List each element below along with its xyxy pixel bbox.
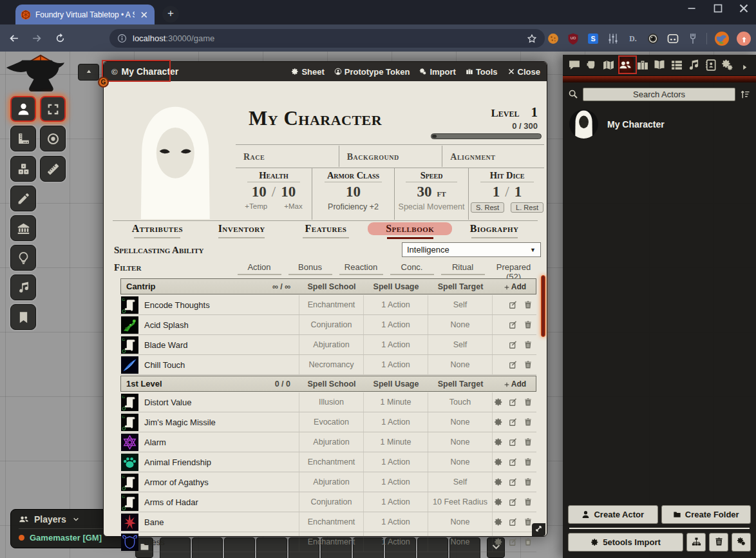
tab-inventory[interactable]: Inventory [200,222,284,242]
field-alignment[interactable]: Alignment [442,146,545,167]
ublock-extension-icon[interactable]: UO [567,32,580,45]
chat-tab-icon[interactable] [566,57,582,73]
resize-handle[interactable] [532,523,545,536]
animal-friendship-icon[interactable] [121,454,138,471]
add-spell-button[interactable]: Add [493,282,536,291]
configure-icon[interactable] [494,438,503,447]
spell-scroll-icon[interactable]: G [121,414,138,431]
lens-extension-icon[interactable] [647,32,659,45]
configure-icon[interactable] [494,457,503,467]
field-background[interactable]: Background [339,146,442,167]
edit-icon[interactable] [509,340,518,349]
chill-touch-icon[interactable] [121,356,138,374]
dice-tool-icon[interactable] [10,156,36,182]
tables-tab-icon[interactable] [668,57,685,73]
playlists-tab-icon[interactable] [686,57,702,73]
sounds-tool-icon[interactable] [10,274,36,300]
dext-extension-icon[interactable]: D. [627,32,639,45]
back-icon[interactable] [4,29,23,47]
spell-row[interactable]: GDistort ValueIllusion1 MinuteTouch [120,392,536,412]
sort-filter-icon[interactable] [740,89,751,100]
edit-icon[interactable] [509,320,518,329]
site-info-icon[interactable] [117,34,127,43]
spell-name[interactable]: Bane [138,517,299,527]
delete-icon[interactable] [524,477,533,486]
close-button[interactable]: Close [507,67,540,77]
address-bar[interactable]: localhost:30000/game [109,29,545,48]
items-tab-icon[interactable] [634,57,650,73]
edit-icon[interactable] [509,477,518,486]
spell-name[interactable]: Acid Splash [138,320,299,330]
profile-avatar-icon[interactable] [714,31,730,46]
delete-icon[interactable] [524,418,533,427]
create-folder-button[interactable]: Create Folder [661,505,751,524]
reload-icon[interactable] [50,29,70,47]
delete-icon[interactable] [524,497,533,506]
edit-icon[interactable] [509,497,518,506]
folder-tree-button[interactable] [686,533,706,552]
template-tool-icon[interactable] [40,126,66,151]
scenes-tab-icon[interactable] [600,57,616,73]
spell-name[interactable]: Armor of Agathys [138,477,299,487]
maximize-icon[interactable] [711,1,725,15]
delete-icon[interactable] [524,398,533,407]
spell-row[interactable]: GJim's Magic MissileEvocation1 ActionNon… [120,412,536,432]
spell-row[interactable]: BlessEnchantment1 ActionNone [120,532,536,552]
spell-list-scrollbar[interactable] [541,278,545,555]
minimize-icon[interactable] [685,1,699,15]
cookie-extension-icon[interactable] [547,32,560,45]
acid-splash-icon[interactable] [121,316,138,334]
tab-attributes[interactable]: Attributes [115,222,200,242]
collapse-sidebar-icon[interactable] [737,57,753,73]
scrollbar-thumb[interactable] [541,275,545,337]
spell-name[interactable]: Animal Friendship [138,457,299,467]
sheet-config-button[interactable]: Sheet [291,67,324,77]
edit-icon[interactable] [509,537,518,546]
spell-row[interactable]: AlarmAbjuration1 MinuteNone [120,432,536,452]
directory-settings-button[interactable] [732,533,751,552]
xp-value[interactable]: 0 / 300 [512,121,538,131]
hp-tempmax-label[interactable]: +Max [284,202,302,210]
drawings-tool-icon[interactable] [10,186,36,211]
spell-row[interactable]: GEncode ThoughtsEnchantment1 ActionSelf [120,295,536,315]
update-browser-icon[interactable] [737,32,751,46]
edit-icon[interactable] [509,438,518,447]
tools-button[interactable]: Tools [466,67,498,77]
ability-select[interactable]: Intelligence ▼ [402,242,541,257]
edit-icon[interactable] [509,398,518,407]
tab-biography[interactable]: Biography [452,222,536,242]
token-tool-icon[interactable] [10,96,36,122]
actor-name[interactable]: My Character [607,119,665,130]
delete-icon[interactable] [524,537,533,546]
bane-icon[interactable] [121,514,138,531]
search-input[interactable] [583,88,735,101]
browser-tab[interactable]: Foundry Virtual Tabletop • A Stan [15,5,155,24]
add-spell-button[interactable]: Add [493,380,536,389]
spell-scroll-icon[interactable]: G [121,394,138,411]
edit-icon[interactable] [509,300,518,309]
spell-name[interactable]: Chill Touch [138,360,299,370]
section-slots[interactable]: 0 / 0 [224,380,299,389]
spell-row[interactable]: BaneEnchantment1 ActionNone [120,512,536,532]
short-rest-button[interactable]: S. Rest [471,202,504,213]
collapse-controls-button[interactable] [78,64,99,81]
section-slots[interactable]: ∞ / ∞ [224,282,299,291]
select-targets-tool-icon[interactable] [40,96,66,122]
new-tab-button[interactable]: + [162,6,179,23]
delete-icon[interactable] [524,300,533,309]
spell-row[interactable]: GArmor of AgathysAbjuration1 ActionSelf [120,472,536,492]
alarm-icon[interactable] [121,434,138,451]
delete-icon[interactable] [524,457,533,467]
configure-icon[interactable] [494,418,503,427]
delete-icon[interactable] [524,340,533,349]
hp-max[interactable]: 10 [281,184,296,200]
spell-name[interactable]: Jim's Magic Missile [138,418,299,427]
configure-icon[interactable] [494,537,503,546]
edit-icon[interactable] [509,360,518,369]
configure-icon[interactable] [494,517,503,526]
actor-list-item[interactable]: My Character [563,106,756,142]
robot-extension-icon[interactable] [666,32,679,45]
prototype-token-button[interactable]: Prototype Token [334,67,410,77]
spell-row[interactable]: GArms of HadarConjuration1 Action10 Feet… [120,492,536,512]
walls-tool-icon[interactable] [10,215,36,241]
